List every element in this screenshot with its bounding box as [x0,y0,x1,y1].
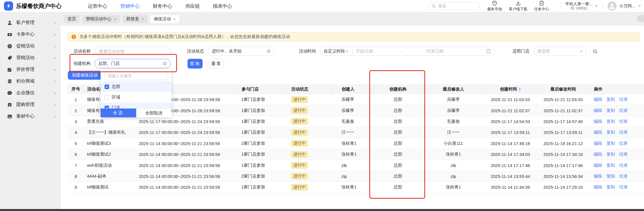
select-all-button[interactable]: 全选 [101,108,136,117]
action-end-link[interactable]: 结束 [619,184,628,190]
cell-modified: 2025-11-14 17:17:46 [536,163,590,168]
deselect-all-button[interactable]: 全部取消 [136,108,172,117]
table-row: 84444-副本2025-11-14 00:00:00~2025-11-21 2… [68,171,644,182]
sidebar-item-label: 促销活动 [16,43,34,49]
time-preset-select[interactable]: 自定义时段 [320,47,352,56]
nav-item-reports[interactable]: 报表中心 [213,3,232,9]
action-copy-link[interactable]: 复制 [606,184,615,190]
action-end-link[interactable]: 结束 [619,163,628,168]
action-edit-link[interactable]: 编辑 [594,119,602,124]
action-edit-link[interactable]: 编辑 [594,184,602,190]
checkbox-region[interactable] [105,95,109,100]
cell-stores: 1家门店参加 [240,97,285,102]
nav-item-finance[interactable]: 财务中心 [153,3,172,9]
sort-icon[interactable] [518,87,521,91]
sidebar-item-points-mall[interactable]: 积分商城› [0,75,61,87]
nav-item-operations[interactable]: 运营中心 [88,3,107,9]
close-icon[interactable]: × [114,17,117,21]
end-date-placeholder[interactable]: 结束日期 [426,49,443,54]
sidebar-item-card-coupon-center[interactable]: 卡券中心› [0,29,61,40]
sidebar-item-review-management[interactable]: 评价管理› [0,64,61,75]
action-end-link[interactable]: 结束 [619,130,628,135]
action-edit-link[interactable]: 编辑 [594,174,602,179]
action-end-link[interactable]: 结束 [619,97,628,102]
action-end-link[interactable]: 结束 [619,141,628,146]
close-icon[interactable]: × [174,17,176,21]
user-chevron-icon[interactable] [638,4,641,8]
global-search-input[interactable] [438,3,471,9]
nav-item-supply-chain[interactable]: 供应链 [185,3,200,9]
action-end-link[interactable]: 结束 [619,174,628,179]
store-search-icon[interactable] [593,49,598,54]
action-copy-link[interactable]: 复制 [606,130,615,135]
calendar-icon[interactable] [486,49,491,54]
action-edit-link[interactable]: 编辑 [594,108,602,113]
action-edit-link[interactable]: 编辑 [594,152,602,157]
cell-time: 2025-11-14 00:00:00~2025-11-21 23:59:59 [137,174,240,179]
applicable-store-select[interactable]: 请选择 [533,47,587,56]
action-copy-link[interactable]: 复制 [606,119,615,124]
cell-modifier: 小白菜111 [422,141,485,146]
sidebar-item-enterprise-wechat[interactable]: 企业微信› [0,87,61,99]
action-edit-link[interactable]: 编辑 [594,97,602,102]
action-copy-link[interactable]: 复制 [606,152,615,157]
create-stored-value-activity-button[interactable]: 创建储值活动 [68,71,101,80]
checkbox-headquarters[interactable] [105,85,109,89]
activity-name-field[interactable] [98,49,167,54]
user-name[interactable]: 小万同... [619,3,635,9]
avatar[interactable] [608,1,617,11]
create-org-select[interactable]: 总部、门店 [95,59,171,68]
action-end-link[interactable]: 结束 [619,119,628,124]
action-copy-link[interactable]: 复制 [606,97,615,102]
cell-modifier: 张桂青1 [422,184,485,190]
action-end-link[interactable]: 结束 [619,108,628,113]
tab-stored-value-activity[interactable]: 储值活动× [150,15,180,23]
quick-action-service-market[interactable]: 服务市场 [487,1,502,12]
sidebar-item-material-center[interactable]: 素材中心› [0,110,61,122]
quick-action-client-download[interactable]: 客户端下载 [509,1,527,12]
tab-qun-jie-long[interactable]: 群接龙× [123,15,148,23]
activity-status-select[interactable]: 进行中、未开始 [208,47,274,56]
tab-home[interactable]: 首页 [64,15,80,23]
action-copy-link[interactable]: 复制 [606,141,615,146]
cell-no: 8 [68,174,84,179]
action-edit-link[interactable]: 编辑 [594,163,602,168]
cell-modified: 2025-11-14 13:56:34 [536,174,590,179]
cell-actions: 编辑复制结束 [590,119,644,124]
sidebar-item-promotion-activity[interactable]: 促销活动› [0,40,61,52]
tab-label: 首页 [68,16,76,22]
org-keyword-input[interactable] [104,72,168,80]
action-copy-link[interactable]: 复制 [606,174,615,179]
sidebar-item-marketing-activity[interactable]: 营销活动› [0,52,61,64]
nav-item-marketing[interactable]: 营销中心 [120,3,140,9]
date-range-input[interactable]: 开始日期 → 结束日期 [352,47,495,56]
action-edit-link[interactable]: 编辑 [594,141,602,146]
cell-modified: 2025-11-18 16:21:12 [536,141,590,146]
sidebar-item-customer-management[interactable]: 客户管理› [0,17,61,29]
close-icon[interactable]: × [142,17,144,21]
clear-icon[interactable] [266,49,271,53]
sidebar-item-label: 积分商城 [16,78,34,84]
tab-marketing-activity-center[interactable]: 营销活动中心× [82,15,120,23]
org-option-region[interactable]: 区域 [101,92,172,103]
search-button[interactable]: 查询 [188,59,203,69]
action-end-link[interactable]: 结束 [619,152,628,157]
org-option-headquarters[interactable]: 总部 [101,81,172,92]
org-keyword-field[interactable] [107,73,165,79]
reset-button[interactable]: 重置 [209,59,224,69]
activity-name-input[interactable] [95,47,171,56]
global-search[interactable] [429,2,480,10]
merchant-switcher[interactable]: 年轻人第一家... ID: 100011 [565,1,593,11]
action-edit-link[interactable]: 编辑 [594,130,602,135]
column-header-created[interactable]: 创建时间 [485,84,536,94]
status-badge: 进行中 [291,140,308,147]
quick-action-task-center[interactable]: 任务中心 [534,1,549,12]
cell-stores: 2家门店参加 [240,174,285,179]
start-date-placeholder[interactable]: 开始日期 [356,49,373,54]
action-copy-link[interactable]: 复制 [606,163,615,168]
action-copy-link[interactable]: 复制 [606,108,615,113]
sidebar-item-group-buy-management[interactable]: 团购管理› [0,99,61,110]
tab-scroll-pill[interactable] [637,15,644,22]
clear-icon[interactable] [163,61,167,66]
merchant-chevron-icon[interactable] [595,4,598,8]
